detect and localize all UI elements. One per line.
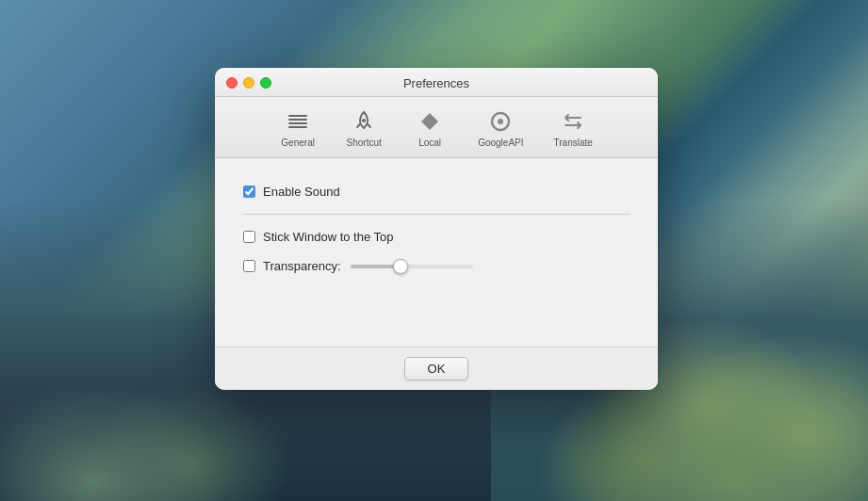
transparency-slider[interactable]: [351, 265, 473, 268]
diamond-icon: [417, 108, 443, 135]
transparency-row: Transparency:: [243, 251, 630, 281]
toolbar-item-general[interactable]: General: [265, 105, 331, 152]
enable-sound-row: Enable Sound: [243, 177, 630, 206]
settings-content: Enable Sound Stick Window to the Top Tra…: [215, 158, 658, 347]
shortcut-label: Shortcut: [347, 137, 382, 148]
translate-label: Translate: [554, 137, 593, 148]
svg-point-4: [362, 119, 366, 122]
toolbar: General Shortcut Local: [215, 97, 658, 158]
transparency-label: Transparency:: [263, 259, 341, 273]
slider-container: Transparency:: [263, 259, 473, 273]
transparency-checkbox[interactable]: [243, 260, 255, 272]
enable-sound-label: Enable Sound: [263, 185, 340, 199]
stick-window-label: Stick Window to the Top: [263, 230, 394, 244]
local-label: Local: [418, 137, 441, 148]
dialog-title: Preferences: [403, 76, 469, 90]
svg-point-7: [498, 119, 503, 124]
footer: OK: [215, 347, 658, 390]
divider-1: [243, 214, 630, 215]
list-icon: [285, 108, 311, 135]
preferences-dialog: Preferences General: [215, 68, 658, 390]
googleapi-label: GoogleAPI: [478, 137, 523, 148]
toolbar-item-shortcut[interactable]: Shortcut: [331, 105, 397, 152]
arrows-icon: [560, 108, 586, 135]
rocket-icon: [351, 108, 377, 135]
general-label: General: [281, 137, 315, 148]
maximize-button[interactable]: [260, 77, 271, 89]
toolbar-item-googleapi[interactable]: GoogleAPI: [463, 105, 538, 152]
traffic-lights: [226, 77, 271, 89]
ok-button[interactable]: OK: [404, 357, 469, 380]
stick-window-checkbox[interactable]: [243, 231, 255, 243]
close-button[interactable]: [226, 77, 237, 89]
minimize-button[interactable]: [243, 77, 254, 89]
toolbar-item-local[interactable]: Local: [397, 105, 463, 152]
circle-icon: [487, 108, 514, 135]
toolbar-item-translate[interactable]: Translate: [539, 105, 608, 152]
titlebar: Preferences: [215, 68, 658, 97]
enable-sound-checkbox[interactable]: [243, 186, 255, 198]
stick-window-row: Stick Window to the Top: [243, 222, 630, 251]
svg-marker-5: [421, 113, 438, 130]
